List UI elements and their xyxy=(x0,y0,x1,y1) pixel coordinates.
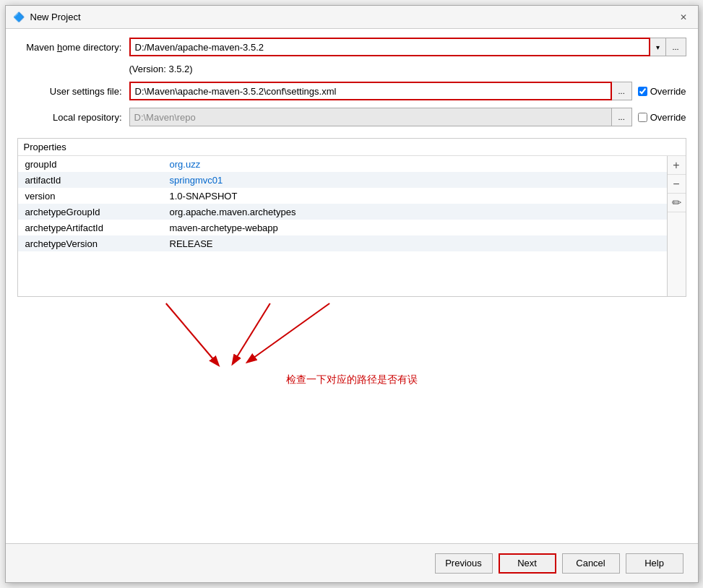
annotation-text: 检查一下对应的路径是否有误 xyxy=(286,373,418,385)
user-settings-override-label: Override xyxy=(650,86,686,97)
cancel-button[interactable]: Cancel xyxy=(562,553,620,574)
annotation-area: 检查一下对应的路径是否有误 xyxy=(17,300,686,394)
dialog-footer: Previous Next Cancel Help xyxy=(6,543,698,582)
table-row[interactable]: archetypeArtifactIdmaven-archetype-webap… xyxy=(18,220,667,235)
local-repo-row: Local repository: ... Override xyxy=(17,108,686,126)
maven-home-input-group: ▾ ... xyxy=(129,38,686,56)
table-row[interactable]: version1.0-SNAPSHOT xyxy=(18,188,667,204)
dialog-title: New Project xyxy=(30,12,81,22)
next-button[interactable]: Next xyxy=(499,553,556,574)
prop-key: archetypeVersion xyxy=(18,235,163,251)
user-settings-label: User settings file: xyxy=(17,86,129,97)
properties-table: groupIdorg.uzzartifactIdspringmvc01versi… xyxy=(18,156,667,251)
help-button[interactable]: Help xyxy=(626,553,683,574)
user-settings-override-checkbox[interactable] xyxy=(638,87,647,96)
previous-button[interactable]: Previous xyxy=(435,553,493,574)
user-settings-input[interactable] xyxy=(129,82,612,100)
table-row[interactable]: artifactIdspringmvc01 xyxy=(18,172,667,188)
app-icon: 🔷 xyxy=(13,12,25,23)
table-row[interactable]: archetypeGroupIdorg.apache.maven.archety… xyxy=(18,204,667,220)
prop-key: groupId xyxy=(18,156,163,172)
maven-home-label: Maven home directory: xyxy=(17,42,129,53)
maven-home-dropdown[interactable]: ▾ xyxy=(650,38,666,56)
close-button[interactable]: ✕ xyxy=(676,10,691,25)
table-row[interactable]: archetypeVersionRELEASE xyxy=(18,235,667,251)
add-property-button[interactable]: + xyxy=(668,156,686,175)
local-repo-input[interactable] xyxy=(129,108,612,126)
user-settings-row: User settings file: ... Override xyxy=(17,82,686,100)
local-repo-label: Local repository: xyxy=(17,112,129,123)
properties-content: groupIdorg.uzzartifactIdspringmvc01versi… xyxy=(18,156,686,296)
prop-value: springmvc01 xyxy=(163,172,667,188)
prop-value: org.apache.maven.archetypes xyxy=(163,204,667,220)
title-bar-left: 🔷 New Project xyxy=(13,12,81,23)
version-text: (Version: 3.5.2) xyxy=(129,64,686,74)
svg-line-1 xyxy=(165,303,217,365)
maven-home-row: Maven home directory: ▾ ... xyxy=(17,38,686,56)
user-settings-override-group: Override xyxy=(638,86,686,97)
local-repo-override-checkbox[interactable] xyxy=(638,113,647,122)
prop-value: RELEASE xyxy=(163,235,667,251)
local-repo-input-group: ... Override xyxy=(129,108,686,126)
prop-key: archetypeArtifactId xyxy=(18,220,163,235)
local-repo-override-label: Override xyxy=(650,112,686,123)
remove-property-button[interactable]: − xyxy=(668,175,686,194)
prop-key: archetypeGroupId xyxy=(18,204,163,220)
properties-side-buttons: + − ✏ xyxy=(667,156,686,296)
svg-line-2 xyxy=(233,303,269,363)
user-settings-browse[interactable]: ... xyxy=(612,82,632,100)
dialog-body: Maven home directory: ▾ ... (Version: 3.… xyxy=(6,29,698,543)
local-repo-browse[interactable]: ... xyxy=(612,108,632,126)
prop-value: maven-archetype-webapp xyxy=(163,220,667,235)
svg-line-3 xyxy=(247,303,329,362)
properties-section: Properties groupIdorg.uzzartifactIdsprin… xyxy=(17,138,686,297)
prop-key: artifactId xyxy=(18,172,163,188)
table-row[interactable]: groupIdorg.uzz xyxy=(18,156,667,172)
maven-home-input[interactable] xyxy=(129,38,650,56)
new-project-dialog: 🔷 New Project ✕ Maven home directory: ▾ … xyxy=(5,5,699,583)
local-repo-override-group: Override xyxy=(638,112,686,123)
edit-property-button[interactable]: ✏ xyxy=(668,194,686,212)
prop-value: org.uzz xyxy=(163,156,667,172)
user-settings-input-group: ... Override xyxy=(129,82,686,100)
prop-key: version xyxy=(18,188,163,204)
prop-value: 1.0-SNAPSHOT xyxy=(163,188,667,204)
properties-title: Properties xyxy=(18,139,686,156)
maven-home-browse[interactable]: ... xyxy=(666,38,686,56)
title-bar: 🔷 New Project ✕ xyxy=(6,6,698,29)
annotation-wrapper: 检查一下对应的路径是否有误 xyxy=(17,373,686,386)
properties-table-area: groupIdorg.uzzartifactIdspringmvc01versi… xyxy=(18,156,667,296)
